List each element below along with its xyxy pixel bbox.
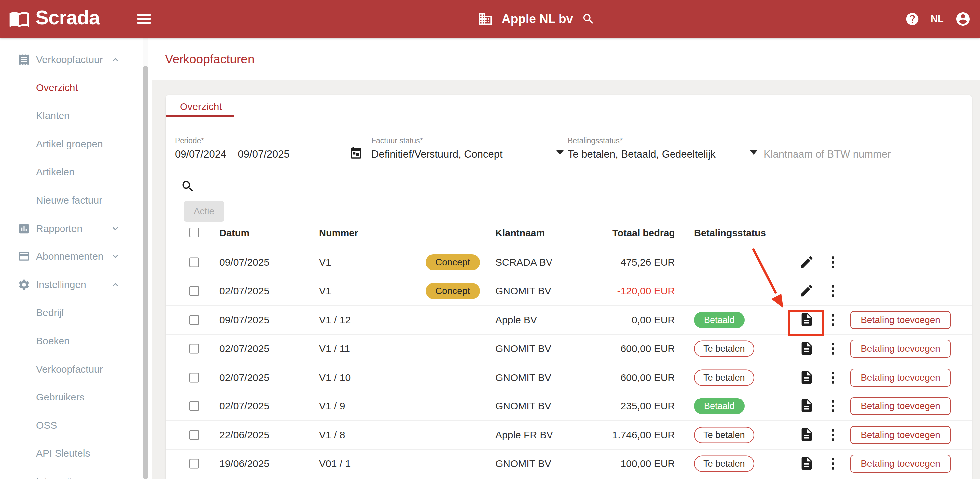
sidebar-item-label: Artikelen <box>36 166 75 178</box>
sidebar-item-integraties[interactable]: Integraties <box>0 470 140 479</box>
cell-nummer: V1 / 11 <box>319 343 350 354</box>
cell-totaal-bedrag: -120,00 EUR <box>617 286 675 297</box>
main-content: Verkoopfacturen Overzicht Periode* 09/07… <box>152 38 980 479</box>
sidebar-item-boeken[interactable]: Boeken <box>0 329 140 353</box>
cell-nummer: V1 / 12 <box>319 315 351 326</box>
sidebar-scrollbar-thumb[interactable] <box>143 66 148 479</box>
app-window: Scrada Apple NL bv NL Verkoopfactuur <box>0 0 980 479</box>
sidebar-item-label: API Sleutels <box>36 448 90 459</box>
row-checkbox[interactable] <box>189 315 199 325</box>
hamburger-icon[interactable] <box>137 14 151 24</box>
document-icon[interactable] <box>799 370 815 386</box>
building-icon <box>478 11 493 27</box>
cell-klantnaam: Apple BV <box>495 315 537 326</box>
language-selector[interactable]: NL <box>931 13 944 24</box>
calendar-icon[interactable] <box>349 146 363 161</box>
sidebar-item-verkoopfactuur[interactable]: Verkoopfactuur <box>0 48 140 71</box>
search-icon[interactable] <box>180 179 195 193</box>
filter-periode-value[interactable]: 09/07/2024 – 09/07/2025 <box>175 147 366 162</box>
row-checkbox[interactable] <box>189 459 199 469</box>
cell-totaal-bedrag: 235,00 EUR <box>620 401 675 412</box>
sidebar-item-bedrijf[interactable]: Bedrijf <box>0 301 140 324</box>
betaling-toevoegen-button[interactable]: Betaling toevoegen <box>850 397 951 415</box>
kebab-menu-icon[interactable] <box>828 398 838 414</box>
tab-overzicht[interactable]: Overzicht <box>180 101 222 112</box>
row-checkbox[interactable] <box>189 401 199 411</box>
row-checkbox[interactable] <box>189 344 199 354</box>
kebab-menu-icon[interactable] <box>828 312 838 328</box>
table-row: 09/07/2025 V1 / 12 Apple BV 0,00 EURBeta… <box>165 306 972 335</box>
cell-nummer: V01 / 1 <box>319 458 351 469</box>
betaling-toevoegen-button[interactable]: Betaling toevoegen <box>850 340 951 358</box>
sidebar-item-label: Abonnementen <box>36 251 104 262</box>
kebab-menu-icon[interactable] <box>828 341 838 357</box>
sidebar-item-label: Integraties <box>36 476 83 479</box>
cell-datum: 02/07/2025 <box>220 401 269 412</box>
sidebar-item-gebruikers[interactable]: Gebruikers <box>0 386 140 409</box>
filter-betalingsstatus-value[interactable]: Te betalen, Betaald, Gedeeltelijk <box>568 147 759 162</box>
document-icon[interactable] <box>799 427 815 443</box>
sidebar-item-artikelen[interactable]: Artikelen <box>0 160 140 184</box>
filter-klantnaam[interactable] <box>764 136 956 162</box>
page-title: Verkoopfacturen <box>165 52 254 66</box>
betaling-toevoegen-button[interactable]: Betaling toevoegen <box>850 455 951 473</box>
cell-klantnaam: GNOMIT BV <box>495 286 551 297</box>
brand-name: Scrada <box>35 6 100 29</box>
sidebar-item-instellingen[interactable]: Instellingen <box>0 273 140 296</box>
sidebar-item-abonnementen[interactable]: Abonnementen <box>0 245 140 268</box>
tab-strip: Overzicht <box>165 95 972 117</box>
document-icon[interactable] <box>799 456 815 472</box>
betaling-toevoegen-button[interactable]: Betaling toevoegen <box>850 426 951 444</box>
filter-periode[interactable]: Periode* 09/07/2024 – 09/07/2025 <box>175 136 366 162</box>
document-icon[interactable] <box>799 341 815 357</box>
filter-periode-label: Periode* <box>175 136 366 147</box>
status-badge-concept: Concept <box>425 254 480 270</box>
kebab-menu-icon[interactable] <box>828 370 838 386</box>
sidebar-item-overzicht[interactable]: Overzicht <box>0 76 140 99</box>
row-checkbox[interactable] <box>189 257 199 267</box>
page-title-band: Verkoopfacturen <box>152 38 980 80</box>
edit-icon[interactable] <box>799 283 815 299</box>
sidebar-item-artikel-groepen[interactable]: Artikel groepen <box>0 133 140 156</box>
sidebar-item-klanten[interactable]: Klanten <box>0 104 140 128</box>
caret-down-icon[interactable] <box>557 150 564 155</box>
row-checkbox[interactable] <box>189 430 199 440</box>
search-icon[interactable] <box>582 12 595 26</box>
row-checkbox[interactable] <box>189 286 199 296</box>
annotation-highlight-box <box>788 310 824 336</box>
sidebar-item-verkoopfactuur[interactable]: Verkoopfactuur <box>0 358 140 381</box>
kebab-menu-icon[interactable] <box>828 456 838 472</box>
cell-datum: 09/07/2025 <box>220 257 269 268</box>
kebab-menu-icon[interactable] <box>828 283 838 299</box>
betaling-toevoegen-button[interactable]: Betaling toevoegen <box>850 311 951 329</box>
klantnaam-search-input[interactable] <box>764 147 956 162</box>
table-row: 02/07/2025 V1Concept GNOMIT BV -120,00 E… <box>165 277 972 306</box>
sidebar-item-oss[interactable]: OSS <box>0 414 140 437</box>
account-icon[interactable] <box>955 11 971 27</box>
cell-klantnaam: GNOMIT BV <box>495 401 551 412</box>
kebab-menu-icon[interactable] <box>828 427 838 443</box>
company-selector[interactable]: Apple NL bv <box>478 0 595 38</box>
chevron-up-icon <box>111 280 120 289</box>
sidebar-item-api-sleutels[interactable]: API Sleutels <box>0 442 140 465</box>
betaling-toevoegen-button[interactable]: Betaling toevoegen <box>850 369 951 386</box>
cell-nummer: V1 <box>319 286 331 297</box>
row-checkbox[interactable] <box>189 372 199 382</box>
document-icon[interactable] <box>799 398 815 414</box>
edit-icon[interactable] <box>799 254 815 270</box>
select-all-checkbox[interactable] <box>189 228 199 237</box>
kebab-menu-icon[interactable] <box>828 254 838 270</box>
filter-betalingsstatus[interactable]: Betalingsstatus* Te betalen, Betaald, Ge… <box>568 136 759 162</box>
filter-factuur-status[interactable]: Factuur status* Definitief/Verstuurd, Co… <box>371 136 565 162</box>
sidebar-item-nieuwe-factuur[interactable]: Nieuwe factuur <box>0 188 140 212</box>
sidebar-item-label: Nieuwe factuur <box>36 195 102 206</box>
receipt-icon <box>18 53 30 66</box>
cell-datum: 22/06/2025 <box>220 430 269 441</box>
gear-icon <box>18 278 30 291</box>
cell-klantnaam: Apple FR BV <box>495 430 553 441</box>
help-icon[interactable] <box>905 12 920 26</box>
sidebar-item-rapporten[interactable]: Rapporten <box>0 217 140 240</box>
filter-factuur-status-label: Factuur status* <box>371 136 565 147</box>
filter-factuur-status-value[interactable]: Definitief/Verstuurd, Concept <box>371 147 565 162</box>
caret-down-icon[interactable] <box>750 150 757 155</box>
